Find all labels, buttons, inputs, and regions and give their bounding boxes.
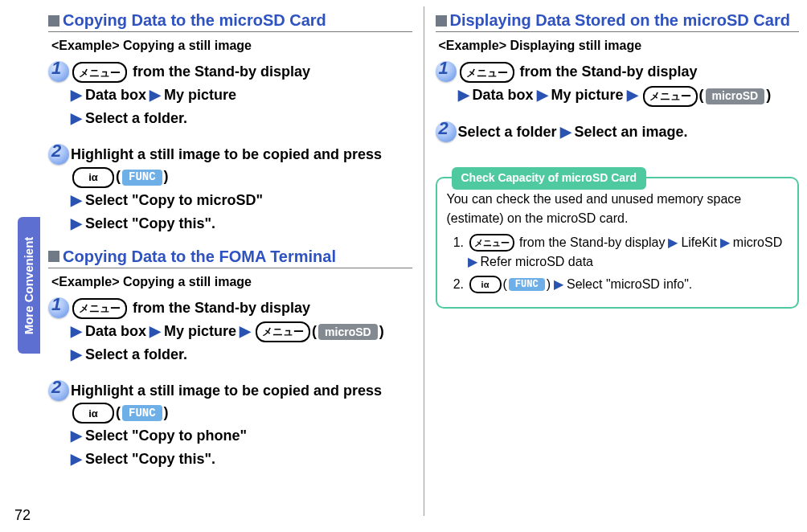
step-number: 2 bbox=[48, 379, 71, 472]
i-alpha-key-icon: iα bbox=[72, 403, 114, 424]
text: "Copy to phone" bbox=[132, 428, 247, 444]
notebox-title: Check Capacity of microSD Card bbox=[452, 167, 647, 190]
list-item: メニュー from the Stand-by display▶LifeKit▶m… bbox=[468, 233, 789, 272]
text: Data box bbox=[85, 323, 146, 339]
arrow-icon: ▶ bbox=[71, 428, 82, 444]
section-heading-copy-to-foma: Copying Data to the FOMA Terminal bbox=[48, 248, 412, 268]
example-label: <Example> Copying a still image bbox=[51, 39, 412, 53]
text: from the Stand-by display bbox=[129, 300, 310, 316]
step-number: 1 bbox=[48, 296, 71, 368]
arrow-icon: ▶ bbox=[71, 110, 82, 126]
arrow-icon: ▶ bbox=[627, 87, 638, 103]
arrow-icon: ▶ bbox=[720, 235, 730, 249]
text: Select a folder. bbox=[85, 346, 187, 362]
arrow-icon: ▶ bbox=[71, 87, 82, 103]
step-2: 2 Highlight a still image to be copied a… bbox=[48, 379, 412, 472]
text: Select a folder bbox=[458, 124, 557, 140]
step-1: 1 メニュー from the Stand-by display ▶Data b… bbox=[436, 59, 800, 108]
list-item: iα(FUNC)▶Select "microSD info". bbox=[468, 275, 789, 294]
square-icon bbox=[436, 15, 447, 27]
step-body: Highlight a still image to be copied and… bbox=[71, 379, 412, 472]
menu-key-icon: メニュー bbox=[72, 298, 127, 319]
square-icon bbox=[48, 15, 59, 27]
text: "Copy this". bbox=[132, 451, 215, 467]
square-icon bbox=[48, 251, 59, 262]
step-2: 2 Select a folder▶Select an image. bbox=[436, 120, 800, 145]
step-body: Select a folder▶Select an image. bbox=[458, 120, 800, 145]
arrow-icon: ▶ bbox=[150, 87, 161, 103]
step-1: 1 メニュー from the Stand-by display ▶Data b… bbox=[48, 296, 412, 368]
step-number: 2 bbox=[48, 142, 71, 235]
check-capacity-note: Check Capacity of microSD Card You can c… bbox=[436, 177, 800, 309]
arrow-icon: ▶ bbox=[468, 255, 477, 268]
left-column: Copying Data to the microSD Card <Exampl… bbox=[48, 6, 424, 516]
arrow-icon: ▶ bbox=[71, 192, 82, 208]
text: from the Stand-by display bbox=[129, 63, 310, 80]
arrow-icon: ▶ bbox=[554, 277, 563, 291]
arrow-icon: ▶ bbox=[71, 215, 82, 231]
func-pill-icon: FUNC bbox=[509, 278, 545, 291]
section-tab-label: More Convenient bbox=[23, 236, 36, 334]
right-column: Displaying Data Stored on the microSD Ca… bbox=[424, 6, 800, 516]
left-rail: More Convenient 72 bbox=[0, 0, 40, 532]
arrow-icon: ▶ bbox=[458, 87, 469, 103]
arrow-icon: ▶ bbox=[71, 451, 82, 467]
section-heading-copy-to-sd: Copying Data to the microSD Card bbox=[48, 11, 412, 32]
text: Select bbox=[85, 428, 132, 444]
arrow-icon: ▶ bbox=[668, 235, 678, 249]
arrow-icon: ▶ bbox=[560, 124, 571, 140]
microsd-pill-icon: microSD bbox=[318, 324, 378, 340]
text: microSD bbox=[733, 235, 782, 249]
text: My picture bbox=[164, 87, 236, 103]
menu-key-icon: メニュー bbox=[643, 86, 698, 107]
text: from the Stand-by display bbox=[519, 235, 665, 249]
section-tab: More Convenient bbox=[18, 217, 40, 354]
menu-key-icon: メニュー bbox=[72, 62, 127, 83]
text: Highlight a still image to be copied and… bbox=[71, 383, 382, 399]
func-pill-icon: FUNC bbox=[122, 405, 162, 421]
text: "Copy to microSD" bbox=[132, 192, 263, 208]
section-title: Copying Data to the FOMA Terminal bbox=[63, 248, 336, 266]
text: "Copy this". bbox=[132, 215, 215, 231]
i-alpha-key-icon: iα bbox=[72, 167, 114, 188]
step-body: メニュー from the Stand-by display ▶Data box… bbox=[71, 296, 412, 368]
text: My picture bbox=[551, 87, 624, 103]
example-label: <Example> Copying a still image bbox=[51, 275, 412, 289]
arrow-icon: ▶ bbox=[537, 87, 548, 103]
text: LifeKit bbox=[681, 235, 716, 249]
func-pill-icon: FUNC bbox=[122, 170, 162, 186]
step-body: メニュー from the Stand-by display ▶Data box… bbox=[71, 59, 412, 131]
step-body: Highlight a still image to be copied and… bbox=[71, 142, 412, 235]
arrow-icon: ▶ bbox=[71, 323, 82, 339]
text: Highlight a still image to be copied and… bbox=[71, 146, 382, 162]
menu-key-icon: メニュー bbox=[469, 234, 514, 252]
text: My picture bbox=[164, 323, 236, 339]
text: Select bbox=[85, 451, 132, 467]
section-heading-display-sd: Displaying Data Stored on the microSD Ca… bbox=[436, 11, 800, 32]
text: Data box bbox=[85, 87, 146, 103]
text: Data box bbox=[473, 87, 534, 103]
notebox-intro: You can check the used and unused memory… bbox=[447, 190, 789, 228]
step-1: 1 メニュー from the Stand-by display ▶Data b… bbox=[48, 59, 412, 131]
page-number: 72 bbox=[14, 507, 31, 524]
menu-key-icon: メニュー bbox=[256, 321, 310, 342]
text: Select "microSD info". bbox=[567, 277, 692, 291]
i-alpha-key-icon: iα bbox=[469, 276, 502, 293]
section-title: Copying Data to the microSD Card bbox=[63, 11, 326, 30]
arrow-icon: ▶ bbox=[240, 323, 251, 339]
text: from the Stand-by display bbox=[516, 63, 698, 80]
step-body: メニュー from the Stand-by display ▶Data box… bbox=[458, 59, 800, 108]
step-number: 1 bbox=[48, 59, 71, 131]
section-title: Displaying Data Stored on the microSD Ca… bbox=[450, 11, 790, 30]
text: Refer microSD data bbox=[481, 255, 594, 268]
arrow-icon: ▶ bbox=[71, 346, 82, 362]
step-number: 2 bbox=[436, 120, 458, 145]
menu-key-icon: メニュー bbox=[460, 62, 514, 83]
step-2: 2 Highlight a still image to be copied a… bbox=[48, 142, 412, 235]
text: Select a folder. bbox=[85, 110, 187, 126]
microsd-pill-icon: microSD bbox=[706, 88, 765, 104]
example-label: <Example> Displaying still image bbox=[439, 39, 800, 53]
text: Select bbox=[85, 215, 132, 231]
text: Select an image. bbox=[575, 124, 688, 140]
arrow-icon: ▶ bbox=[150, 323, 161, 339]
